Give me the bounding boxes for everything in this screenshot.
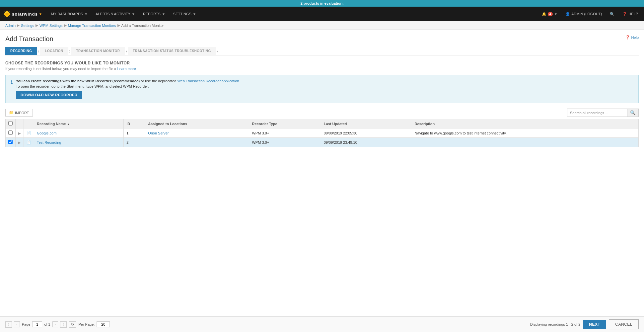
pag-next-button[interactable]: › [52,321,58,322]
breadcrumb-wpm-settings[interactable]: WPM Settings [39,24,63,28]
nav-reports[interactable]: REPORTS ▼ [139,7,169,21]
recordings-table: Recording Name ID Assigned to Locations … [5,119,639,147]
nav-settings-label: SETTINGS [173,12,191,16]
nav-reports-label: REPORTS [143,12,161,16]
expand-arrow-icon[interactable]: ▶ [18,131,21,135]
brand-name: solarwinds [12,12,38,17]
admin-logout-button[interactable]: 👤 ADMIN (LOGOUT) [563,11,605,18]
row-location-cell [145,138,249,147]
pagination-left: ⟪ ‹ Page of 1 › ⟫ ↻ Per Page: [5,321,110,322]
step-sep-4: › [217,48,218,54]
info-box-content: You can create recordings with the new W… [16,79,240,99]
row-last-updated-cell: 09/09/2019 23:49:10 [321,138,412,147]
breadcrumb-sep-1: ▶ [17,23,20,28]
help-label: HELP [628,12,638,16]
tab-transaction-monitor-label: TRANSACTION MONITOR [76,49,120,53]
tab-location[interactable]: LOCATION [40,47,68,55]
row-file-cell: 📄 [24,138,34,147]
search-recordings-button[interactable]: 🔍 [627,109,638,117]
brand-logo[interactable]: 🌞 solarwinds ▼ [3,10,42,18]
per-page-input[interactable] [97,321,110,322]
tab-transaction-monitor[interactable]: TRANSACTION MONITOR [71,47,125,55]
th-expand [16,119,24,128]
row-name-link[interactable]: Google.com [37,131,56,135]
row-recorder-type-cell: WPM 3.0+ [249,138,321,147]
row-expand-cell[interactable]: ▶ [16,128,24,138]
row-checkbox-1[interactable] [8,140,13,144]
breadcrumb-manage-transaction-monitors[interactable]: Manage Transaction Monitors [68,24,116,28]
search-icon: 🔍 [610,12,614,16]
admin-label: ADMIN (LOGOUT) [571,12,602,16]
nav-settings[interactable]: SETTINGS ▼ [169,7,200,21]
pagination-right: Displaying recordings 1 - 2 of 2 NEXT CA… [530,319,639,322]
search-button[interactable]: 🔍 [607,11,617,18]
sort-asc-icon [67,122,70,126]
pag-prev-button[interactable]: ‹ [14,321,20,322]
page-number-input[interactable] [32,321,42,322]
breadcrumb-sep-2: ▶ [36,23,38,28]
row-description-cell [412,138,638,147]
import-label: IMPORT [15,111,29,115]
step-tabs: RECORDING › LOCATION › TRANSACTION MONIT… [5,47,639,55]
th-id: ID [124,119,145,128]
row-name-link[interactable]: Test Recording [37,140,61,144]
pag-last-button[interactable]: ⟫ [60,321,67,322]
row-file-cell: 📄 [24,128,34,138]
notification-bell[interactable]: 🔔 4 ▼ [539,11,560,18]
web-transaction-recorder-link[interactable]: Web Transaction Recorder application. [177,79,240,83]
section-subtext: If your recording is not listed below, y… [5,67,639,71]
pag-refresh-button[interactable]: ↻ [69,321,76,322]
breadcrumb-settings[interactable]: Settings [21,24,34,28]
breadcrumb-admin[interactable]: Admin [5,24,16,28]
row-checkbox-cell[interactable] [6,128,16,138]
import-button[interactable]: 📁 IMPORT [5,109,33,117]
table-header-row: Recording Name ID Assigned to Locations … [6,119,639,128]
section-subtext-text: If your recording is not listed below, y… [5,67,117,71]
nav-my-dashboards[interactable]: MY DASHBOARDS ▼ [47,7,92,21]
page-title: Add Transaction [5,35,53,43]
admin-user-icon: 👤 [565,12,570,16]
info-icon: ℹ [11,79,13,85]
breadcrumb-sep-3: ▶ [64,23,67,28]
th-description: Description [412,119,638,128]
th-file-icon [24,119,34,128]
info-box-text: You can create recordings with the new W… [16,79,240,83]
bell-icon: 🔔 [542,12,546,16]
tab-recording[interactable]: RECORDING [5,47,37,55]
expand-arrow-icon[interactable]: ▶ [18,141,21,144]
help-button[interactable]: ❓ HELP [620,11,641,18]
bell-arrow: ▼ [554,12,557,16]
cancel-button[interactable]: CANCEL [609,319,639,322]
learn-more-link[interactable]: Learn more [117,67,136,71]
info-normal-text: or use the deprecated [141,79,177,83]
tab-troubleshooting[interactable]: TRANSACTION STATUS TROUBLESHOOTING [128,47,216,55]
file-icon: 📄 [27,131,31,135]
search-recordings-input[interactable] [567,110,627,116]
eval-bar: 2 products in evaluation. [0,0,644,7]
next-button[interactable]: NEXT [583,320,606,322]
row-checkbox-0[interactable] [8,130,13,135]
select-all-checkbox[interactable] [8,121,13,125]
page-help-link[interactable]: ❓ Help [625,35,639,40]
th-recording-name[interactable]: Recording Name [34,119,124,128]
nav-reports-arrow: ▼ [162,12,165,16]
pag-first-button[interactable]: ⟪ [5,321,12,322]
tab-recording-label: RECORDING [10,49,32,53]
row-checkbox-cell[interactable] [6,138,16,147]
table-toolbar: 📁 IMPORT 🔍 [5,109,639,117]
th-checkbox [6,119,16,128]
info-subtext: To open the recorder, go to the Start me… [16,84,240,88]
download-recorder-button[interactable]: DOWNLOAD NEW RECORDER [16,91,82,99]
main-content: Add Transaction ❓ Help RECORDING › LOCAT… [0,30,644,322]
row-last-updated-cell: 09/09/2019 22:05:30 [321,128,412,138]
breadcrumb: Admin ▶ Settings ▶ WPM Settings ▶ Manage… [0,21,644,30]
table-body: ▶ 📄 Google.com 1 Orion Server WPM 3.0+ 0… [6,128,639,147]
section-heading: CHOOSE THE RECORDINGS YOU WOULD LIKE TO … [5,61,639,65]
row-location-link[interactable]: Orion Server [148,131,169,135]
row-recorder-type-cell: WPM 3.0+ [249,128,321,138]
breadcrumb-sep-4: ▶ [117,23,120,28]
nav-my-dashboards-arrow: ▼ [84,12,88,16]
nav-alerts-activity[interactable]: ALERTS & ACTIVITY ▼ [92,7,139,21]
nav-menu: MY DASHBOARDS ▼ ALERTS & ACTIVITY ▼ REPO… [47,7,539,21]
row-expand-cell[interactable]: ▶ [16,138,24,147]
